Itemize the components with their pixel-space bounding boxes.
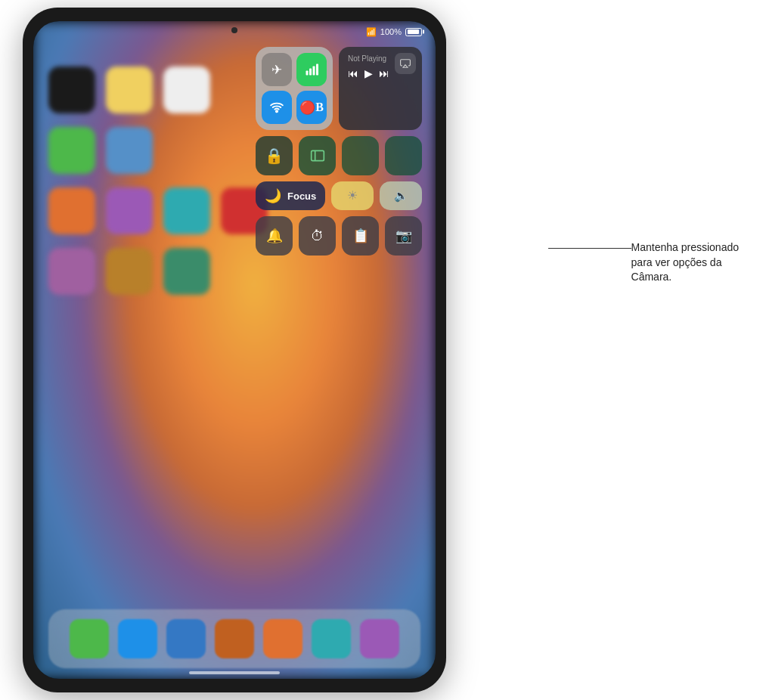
airplane-mode-button[interactable]: ✈ [262, 53, 292, 86]
timer-button[interactable]: ⏱ [299, 216, 336, 256]
app-icon-dark-green[interactable] [163, 248, 210, 295]
conn-row-top: ✈ [262, 53, 327, 86]
play-button[interactable]: ▶ [364, 67, 373, 79]
connectivity-block: ✈ [256, 47, 333, 130]
svg-point-4 [276, 110, 278, 112]
alarm-button[interactable]: 🔔 [256, 216, 293, 256]
battery-icon [405, 28, 422, 36]
dock-icon-6[interactable] [312, 619, 351, 658]
app-icon-terminal[interactable] [48, 67, 95, 113]
cc-row-1: ✈ [256, 47, 422, 130]
conn-row-bottom: 🔴 B [262, 91, 327, 124]
wifi-button[interactable] [262, 91, 292, 124]
dock-icon-2[interactable] [118, 619, 157, 658]
cc-empty-2[interactable] [385, 136, 422, 175]
bluetooth-button[interactable]: 🔴 B [296, 91, 327, 124]
dock-icon-3[interactable] [166, 619, 206, 658]
annotation: Mantenha pressionadopara ver opções daCâ… [548, 240, 739, 285]
volume-icon: 🔈 [394, 189, 408, 203]
ipad-screen: 📶 100% [33, 21, 436, 679]
app-icon-notes[interactable] [106, 67, 153, 113]
wifi-button-icon [269, 101, 284, 114]
cellular-button[interactable] [296, 53, 327, 86]
screen-mirror-button[interactable] [299, 136, 336, 175]
moon-icon: 🌙 [265, 187, 281, 204]
app-icon-violet[interactable] [48, 248, 95, 295]
svg-rect-1 [309, 69, 312, 76]
app-icon-blue2[interactable] [106, 127, 153, 174]
cc-row-2: 🔒 [256, 136, 422, 175]
ipad-frame: 📶 100% [23, 8, 446, 692]
quick-note-button[interactable]: 📋 [342, 216, 379, 256]
screen-rotation-lock-button[interactable]: 🔒 [256, 136, 293, 175]
app-icon-files[interactable] [163, 67, 210, 113]
focus-label: Focus [287, 190, 316, 202]
cc-empty-1[interactable] [342, 136, 379, 175]
app-icon-orange[interactable] [48, 187, 95, 234]
svg-rect-2 [313, 67, 315, 76]
annotation-text: Mantenha pressionadopara ver opções daCâ… [631, 240, 739, 285]
home-indicator [189, 671, 280, 674]
focus-button[interactable]: 🌙 Focus [256, 181, 325, 210]
status-bar-right: 📶 100% [366, 27, 422, 37]
dock-icon-4[interactable] [215, 619, 254, 658]
dock-icon-1[interactable] [70, 619, 109, 658]
prev-button[interactable]: ⏮ [348, 67, 358, 79]
app-icon-purple[interactable] [106, 187, 153, 234]
cellular-icon [305, 63, 318, 76]
app-icon-teal[interactable] [163, 187, 210, 234]
app-icon-brown[interactable] [106, 248, 153, 295]
svg-rect-0 [306, 71, 309, 76]
brightness-slider[interactable]: ☀ [331, 181, 374, 210]
annotation-line [548, 248, 631, 249]
battery-percent: 100% [380, 27, 402, 36]
svg-rect-3 [316, 64, 318, 76]
svg-rect-6 [311, 150, 324, 160]
next-button[interactable]: ⏭ [379, 67, 389, 79]
dock [48, 609, 420, 668]
cc-row-3: 🌙 Focus ☀ 🔈 [256, 181, 422, 210]
now-playing-block: Not Playing ⏮ ▶ ⏭ [339, 47, 422, 130]
battery-fill [408, 29, 419, 34]
airplay-button[interactable] [395, 53, 416, 74]
mirror-icon [310, 148, 325, 163]
wifi-icon: 📶 [366, 27, 377, 37]
svg-marker-5 [403, 65, 408, 68]
dock-icon-7[interactable] [360, 619, 399, 658]
brightness-icon: ☀ [347, 188, 358, 203]
camera-notch [231, 27, 237, 33]
cc-row-4: 🔔 ⏱ 📋 📷 [256, 216, 422, 256]
volume-slider[interactable]: 🔈 [380, 181, 422, 210]
camera-button[interactable]: 📷 [385, 216, 422, 256]
dock-icon-5[interactable] [263, 619, 302, 658]
app-icon-green[interactable] [48, 127, 95, 174]
airplay-icon [400, 58, 411, 69]
control-center: ✈ [256, 47, 422, 256]
